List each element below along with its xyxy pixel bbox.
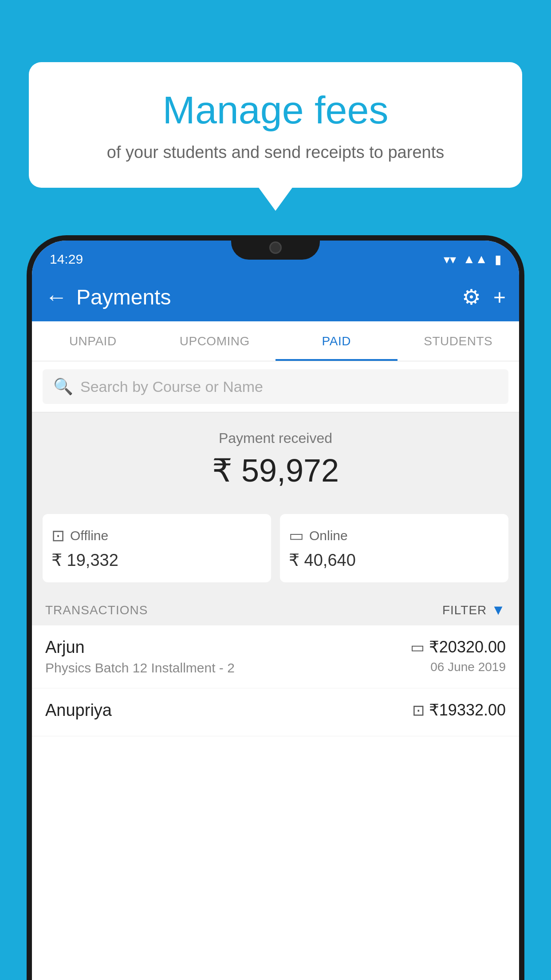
transaction-name: Arjun [45,638,410,657]
payment-total-amount: ₹ 59,972 [43,452,508,489]
filter-label: FILTER [442,603,487,617]
payment-summary: Payment received ₹ 59,972 [32,412,519,514]
tab-paid[interactable]: PAID [276,321,398,361]
transaction-amount: ₹20320.00 [429,638,506,656]
phone-notch [231,235,320,260]
wifi-icon: ▾▾ [444,252,456,267]
search-placeholder: Search by Course or Name [80,378,263,395]
phone-camera [269,241,282,254]
app-bar: ← Payments ⚙ + [32,273,519,321]
battery-icon: ▮ [495,252,501,267]
transaction-amount: ₹19332.00 [429,701,506,719]
online-label: Online [309,528,348,543]
online-icon: ▭ [289,526,304,545]
phone-frame: 14:29 ▾▾ ▲▲ ▮ ← Payments ⚙ + UNPAID UPCO… [27,235,524,980]
tab-students[interactable]: STUDENTS [398,321,520,361]
offline-label: Offline [70,528,108,543]
cash-payment-icon: ⊡ [412,701,425,719]
signal-icon: ▲▲ [463,252,488,266]
main-content: 🔍 Search by Course or Name Payment recei… [32,361,519,980]
plus-icon[interactable]: + [493,285,506,309]
payment-cards: ⊡ Offline ₹ 19,332 ▭ Online ₹ 40,640 [32,514,519,595]
payment-received-label: Payment received [43,430,508,447]
status-time: 14:29 [50,252,83,267]
table-row[interactable]: Anupriya ⊡ ₹19332.00 [32,688,519,736]
tab-bar: UNPAID UPCOMING PAID STUDENTS [32,321,519,361]
transactions-label: TRANSACTIONS [45,603,148,617]
bubble-title: Manage fees [51,89,500,132]
search-icon: 🔍 [53,377,73,396]
bubble-subtitle: of your students and send receipts to pa… [51,142,500,163]
transaction-date: 06 June 2019 [410,660,506,674]
search-bar[interactable]: 🔍 Search by Course or Name [43,369,508,404]
gear-icon[interactable]: ⚙ [462,285,481,309]
speech-bubble: Manage fees of your students and send re… [29,62,522,188]
filter-button[interactable]: FILTER ▼ [442,602,506,618]
tab-upcoming[interactable]: UPCOMING [154,321,276,361]
transaction-list: Arjun Physics Batch 12 Installment - 2 ▭… [32,625,519,980]
offline-card: ⊡ Offline ₹ 19,332 [43,514,271,582]
online-amount: ₹ 40,640 [289,550,500,570]
search-container: 🔍 Search by Course or Name [32,361,519,412]
transaction-name: Anupriya [45,701,412,720]
back-button[interactable]: ← [45,284,67,310]
card-payment-icon: ▭ [410,638,425,656]
phone-screen: 14:29 ▾▾ ▲▲ ▮ ← Payments ⚙ + UNPAID UPCO… [32,241,519,980]
transactions-header: TRANSACTIONS FILTER ▼ [32,595,519,625]
offline-amount: ₹ 19,332 [51,550,262,570]
offline-icon: ⊡ [51,526,65,545]
app-bar-actions: ⚙ + [462,285,506,309]
status-icons: ▾▾ ▲▲ ▮ [444,252,501,267]
table-row[interactable]: Arjun Physics Batch 12 Installment - 2 ▭… [32,625,519,688]
online-card: ▭ Online ₹ 40,640 [280,514,508,582]
filter-icon: ▼ [491,602,506,618]
transaction-course: Physics Batch 12 Installment - 2 [45,660,410,676]
app-title: Payments [76,285,462,309]
tab-unpaid[interactable]: UNPAID [32,321,154,361]
